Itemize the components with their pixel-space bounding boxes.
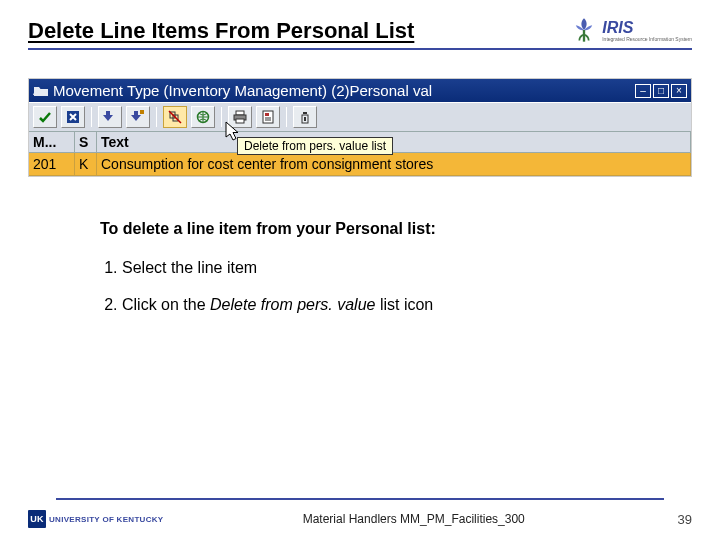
- sap-title-text: Movement Type (Inventory Management) (2)…: [53, 82, 633, 99]
- folder-open-icon: [33, 84, 49, 98]
- step2-emphasis: Delete from pers. value: [210, 296, 375, 313]
- step2-part-a: Click on the: [122, 296, 210, 313]
- window-close-button[interactable]: ×: [671, 84, 687, 98]
- svg-rect-12: [304, 117, 306, 121]
- svg-rect-5: [236, 111, 244, 115]
- cell-special-stock: K: [75, 153, 97, 175]
- footer: UK UNIVERSITY OF KENTUCKY Material Handl…: [0, 510, 720, 528]
- col-header-m[interactable]: M...: [29, 132, 75, 152]
- toolbar-separator: [91, 107, 92, 127]
- iris-brand-text: IRIS: [602, 19, 692, 37]
- cell-movement-type: 201: [29, 153, 75, 175]
- instructions: To delete a line item from your Personal…: [100, 215, 692, 319]
- sap-dialog: Movement Type (Inventory Management) (2)…: [28, 78, 692, 177]
- toolbar-separator: [286, 107, 287, 127]
- instruction-step-1: Select the line item: [122, 254, 692, 283]
- table-row[interactable]: 201 K Consumption for cost center from c…: [29, 153, 691, 176]
- svg-rect-8: [263, 111, 273, 123]
- ok-button[interactable]: [33, 106, 57, 128]
- header-divider: [28, 48, 692, 50]
- sap-column-headers: M... S Text: [29, 132, 691, 153]
- svg-rect-1: [140, 110, 144, 114]
- iris-flower-icon: [570, 16, 598, 44]
- cell-text: Consumption for cost center from consign…: [97, 153, 691, 175]
- uk-logo: UK UNIVERSITY OF KENTUCKY: [28, 510, 163, 528]
- col-header-text[interactable]: Text: [97, 132, 691, 152]
- search-next-button[interactable]: [126, 106, 150, 128]
- web-button[interactable]: [191, 106, 215, 128]
- sap-toolbar: Delete from pers. value list: [29, 102, 691, 132]
- iris-brand-sub: Integrated Resource Information System: [602, 37, 692, 42]
- search-button[interactable]: [98, 106, 122, 128]
- svg-rect-10: [303, 112, 307, 114]
- instructions-lead: To delete a line item from your Personal…: [100, 215, 692, 244]
- step2-part-b: list icon: [375, 296, 433, 313]
- page-title: Delete Line Items From Personal List: [28, 18, 570, 44]
- print-button[interactable]: [228, 106, 252, 128]
- cancel-button[interactable]: [61, 106, 85, 128]
- uk-badge: UK: [28, 510, 46, 528]
- slide-number: 39: [664, 512, 692, 527]
- footer-center-text: Material Handlers MM_PM_Facilities_300: [163, 512, 664, 526]
- col-header-s[interactable]: S: [75, 132, 97, 152]
- toolbar-separator: [221, 107, 222, 127]
- uk-text: UNIVERSITY OF KENTUCKY: [49, 515, 163, 524]
- toolbar-separator: [156, 107, 157, 127]
- svg-rect-7: [236, 119, 244, 123]
- footer-divider: [56, 498, 664, 500]
- svg-rect-9: [265, 113, 269, 116]
- window-maximize-button[interactable]: □: [653, 84, 669, 98]
- instruction-step-2: Click on the Delete from pers. value lis…: [122, 291, 692, 320]
- sap-titlebar: Movement Type (Inventory Management) (2)…: [29, 79, 691, 102]
- export-button[interactable]: [256, 106, 280, 128]
- iris-logo: IRIS Integrated Resource Information Sys…: [570, 16, 692, 44]
- window-minimize-button[interactable]: –: [635, 84, 651, 98]
- delete-from-list-button[interactable]: [163, 106, 187, 128]
- info-button[interactable]: [293, 106, 317, 128]
